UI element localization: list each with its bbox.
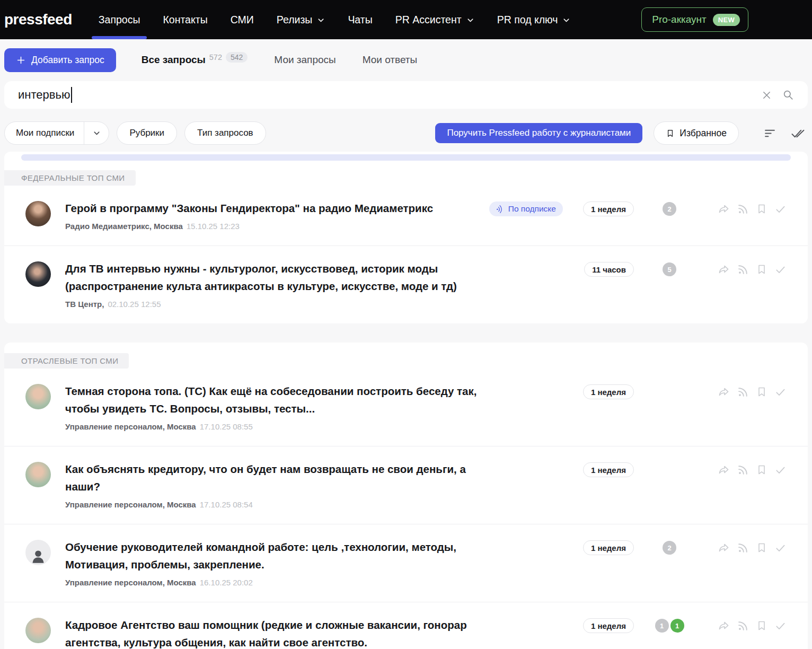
nav-item-releases[interactable]: Релизы xyxy=(277,0,325,39)
rss-subscribe-icon[interactable] xyxy=(737,620,749,632)
tab-label: Все запросы xyxy=(142,54,206,66)
journalist-avatar xyxy=(25,462,51,487)
share-icon[interactable] xyxy=(718,203,730,215)
nav-item-contacts[interactable]: Контакты xyxy=(163,0,207,39)
mark-read-icon[interactable] xyxy=(774,264,787,276)
request-datetime: 16.10.25 20:02 xyxy=(200,578,253,587)
nav-item-chats[interactable]: Чаты xyxy=(348,0,372,39)
new-badge: NEW xyxy=(713,14,740,26)
mark-read-icon[interactable] xyxy=(774,386,787,398)
request-source: ТВ Центр, xyxy=(65,300,104,309)
request-item[interactable]: Герой в программу "Законы Гендиректора" … xyxy=(4,186,808,245)
share-icon[interactable] xyxy=(718,620,730,632)
answers-count: 2 xyxy=(663,202,676,216)
nav-label: Чаты xyxy=(348,14,372,26)
rss-subscribe-icon[interactable] xyxy=(737,203,749,215)
search-value: интервью xyxy=(18,88,70,102)
main-nav: Запросы Контакты СМИ Релизы Чаты PR Асси… xyxy=(99,0,571,39)
subscription-highlight-bar xyxy=(21,154,791,161)
delegate-to-pressfeed-button[interactable]: Поручить Pressfeed работу с журналистами xyxy=(435,123,642,143)
request-type-filter[interactable]: Тип запросов xyxy=(184,121,266,145)
rss-subscribe-icon[interactable] xyxy=(737,386,749,398)
bookmark-icon[interactable] xyxy=(756,542,767,554)
request-item[interactable]: Обучение руководителей командной работе:… xyxy=(4,524,808,602)
filter-label: Рубрики xyxy=(129,128,164,138)
share-icon[interactable] xyxy=(718,386,730,398)
nav-item-media[interactable]: СМИ xyxy=(231,0,254,39)
my-subscriptions-filter[interactable]: Мои подписки xyxy=(4,121,109,145)
request-tabs: Все запросы 572 542 Мои запросы Мои отве… xyxy=(142,54,418,66)
add-request-label: Добавить запрос xyxy=(31,55,104,66)
request-item[interactable]: Для ТВ интервью нужны - культуролог, иск… xyxy=(4,245,808,323)
request-title[interactable]: Герой в программу "Законы Гендиректора" … xyxy=(65,199,433,217)
pro-account-button[interactable]: Pro-аккаунт NEW xyxy=(641,7,748,32)
share-icon[interactable] xyxy=(718,464,730,476)
search-icon[interactable] xyxy=(782,89,794,101)
deadline-pill: 1 неделя xyxy=(583,201,634,216)
rss-subscribe-icon[interactable] xyxy=(737,542,749,554)
tab-all-requests[interactable]: Все запросы 572 542 xyxy=(142,54,248,66)
tab-my-requests[interactable]: Мои запросы xyxy=(274,54,336,66)
chevron-down-icon xyxy=(562,16,570,24)
mark-read-icon[interactable] xyxy=(774,203,787,215)
nav-item-requests[interactable]: Запросы xyxy=(99,0,140,39)
person-icon xyxy=(29,547,47,565)
nav-label: PR под ключ xyxy=(497,14,558,26)
bookmark-icon xyxy=(666,129,675,138)
request-title[interactable]: Обучение руководителей командной работе:… xyxy=(65,538,489,573)
nav-label: СМИ xyxy=(231,14,254,26)
request-source: Управление персоналом, Москва xyxy=(65,500,196,509)
journalist-avatar xyxy=(25,384,51,409)
bookmark-icon[interactable] xyxy=(756,386,767,398)
request-item[interactable]: Кадровое Агентство ваш помощник (редкие … xyxy=(4,602,808,649)
mark-read-icon[interactable] xyxy=(774,620,787,632)
search-input[interactable]: интервью xyxy=(4,81,808,109)
add-request-button[interactable]: Добавить запрос xyxy=(4,48,116,72)
tab-my-answers[interactable]: Мои ответы xyxy=(363,54,418,66)
request-title[interactable]: Темная сторона топа. (ТС) Как ещё на соб… xyxy=(65,382,489,417)
request-datetime: 17.10.25 08:54 xyxy=(200,500,253,509)
section-federal-top-media: ФЕДЕРАЛЬНЫЕ ТОП СМИ Герой в программу "З… xyxy=(4,152,808,323)
request-datetime: 02.10.25 12:55 xyxy=(108,300,161,309)
subscription-badge: По подписке xyxy=(489,201,563,216)
nav-item-pr-turnkey[interactable]: PR под ключ xyxy=(497,0,571,39)
rubrics-filter[interactable]: Рубрики xyxy=(117,121,177,145)
pressfeed-logo[interactable]: pressfeed xyxy=(4,11,72,28)
request-item[interactable]: Как объяснять кредитору, что он будет на… xyxy=(4,446,808,524)
bookmark-icon[interactable] xyxy=(756,620,767,632)
request-datetime: 17.10.25 08:55 xyxy=(200,422,253,431)
journalist-avatar xyxy=(25,201,51,226)
share-icon[interactable] xyxy=(718,542,730,554)
clear-search-icon[interactable] xyxy=(761,90,772,101)
request-title[interactable]: Кадровое Агентство ваш помощник (редкие … xyxy=(65,616,489,649)
requests-new-badge: 542 xyxy=(226,52,248,63)
chevron-down-icon xyxy=(466,16,474,24)
chevron-down-icon[interactable] xyxy=(84,129,109,137)
favorites-filter[interactable]: Избранное xyxy=(654,121,739,145)
rss-subscribe-icon[interactable] xyxy=(737,264,749,276)
top-navbar: pressfeed Запросы Контакты СМИ Релизы Ча… xyxy=(0,0,812,39)
active-tab-underline xyxy=(92,36,147,39)
journalist-avatar xyxy=(25,618,51,643)
rss-icon xyxy=(495,203,506,214)
bookmark-icon[interactable] xyxy=(756,264,767,276)
request-title[interactable]: Для ТВ интервью нужны - культуролог, иск… xyxy=(65,260,489,295)
deadline-pill: 1 неделя xyxy=(583,462,634,477)
journalist-avatar-placeholder xyxy=(25,540,51,565)
bookmark-icon[interactable] xyxy=(756,203,767,215)
mark-read-icon[interactable] xyxy=(774,542,787,554)
answers-count: 5 xyxy=(663,262,676,276)
new-answers-count: 1 xyxy=(670,619,684,633)
bookmark-icon[interactable] xyxy=(756,464,767,476)
mark-all-read-icon[interactable] xyxy=(791,127,806,140)
request-source: Управление персоналом, Москва xyxy=(65,422,196,431)
request-item[interactable]: Темная сторона топа. (ТС) Как ещё на соб… xyxy=(4,369,808,446)
pressfeed-app: pressfeed Запросы Контакты СМИ Релизы Ча… xyxy=(0,0,812,649)
mark-read-icon[interactable] xyxy=(774,464,787,476)
rss-subscribe-icon[interactable] xyxy=(737,464,749,476)
share-icon[interactable] xyxy=(718,264,730,276)
nav-item-pr-assistant[interactable]: PR Ассистент xyxy=(395,0,474,39)
requests-toolbar: Добавить запрос Все запросы 572 542 Мои … xyxy=(4,48,808,72)
sort-icon[interactable] xyxy=(763,127,776,140)
request-title[interactable]: Как объяснять кредитору, что он будет на… xyxy=(65,460,489,495)
